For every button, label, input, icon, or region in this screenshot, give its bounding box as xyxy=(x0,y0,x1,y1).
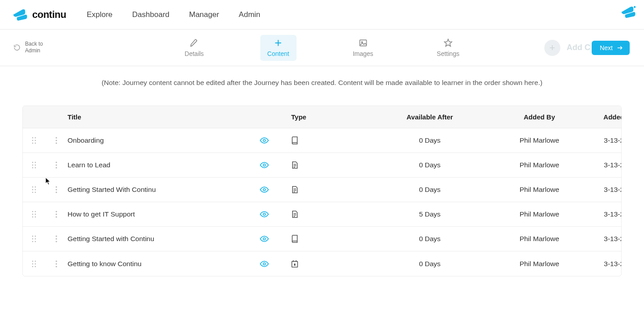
table-row: Getting Started with Continu0 DaysPhil M… xyxy=(23,227,621,251)
tab-content[interactable]: Content xyxy=(260,35,297,61)
add-content-ghost: + Add C xyxy=(544,40,590,56)
svg-point-17 xyxy=(32,162,34,163)
row-title: Getting Started with Continu xyxy=(68,235,260,243)
primary-nav: Explore Dashboard Manager Admin xyxy=(87,10,260,19)
back-to-admin[interactable]: Back to Admin xyxy=(13,41,43,55)
row-available: 0 Days xyxy=(367,161,492,169)
drag-handle-icon[interactable] xyxy=(23,211,45,218)
nav-explore[interactable]: Explore xyxy=(87,10,113,19)
preview-icon[interactable] xyxy=(260,162,291,168)
table-header: Title Type Available After Added By Adde… xyxy=(23,106,621,128)
brand-name: continu xyxy=(32,9,66,21)
drag-handle-icon[interactable] xyxy=(23,235,45,242)
row-added-by: Phil Marlowe xyxy=(492,210,586,218)
next-button[interactable]: Next xyxy=(592,41,630,55)
svg-point-48 xyxy=(35,216,36,218)
row-added-by: Phil Marlowe xyxy=(492,260,586,268)
svg-point-66 xyxy=(32,260,34,262)
pencil-icon xyxy=(190,38,199,47)
row-menu-icon[interactable] xyxy=(45,137,68,144)
row-added-on: 3-13-2023 xyxy=(586,161,622,169)
svg-point-8 xyxy=(35,137,36,139)
svg-point-23 xyxy=(55,161,57,163)
svg-point-9 xyxy=(32,140,34,141)
svg-point-61 xyxy=(35,241,36,242)
row-menu-icon[interactable] xyxy=(45,186,68,193)
back-label: Back to Admin xyxy=(25,41,43,55)
preview-icon[interactable] xyxy=(260,236,291,242)
svg-point-32 xyxy=(32,189,34,191)
preview-icon[interactable] xyxy=(260,261,291,267)
row-added-by: Phil Marlowe xyxy=(492,235,586,243)
svg-point-33 xyxy=(35,189,36,191)
row-added-by: Phil Marlowe xyxy=(492,161,586,169)
nav-dashboard[interactable]: Dashboard xyxy=(132,10,169,19)
drag-handle-icon[interactable] xyxy=(23,137,45,144)
svg-point-7 xyxy=(32,137,34,139)
table-row: Getting to know Continu0 DaysPhil Marlow… xyxy=(23,251,621,276)
svg-point-21 xyxy=(32,167,34,169)
brand-logo-mark-icon xyxy=(13,8,28,21)
svg-point-70 xyxy=(32,266,34,267)
tab-details[interactable]: Details xyxy=(178,35,211,61)
row-available: 5 Days xyxy=(367,210,492,218)
svg-point-0 xyxy=(634,6,636,8)
row-available: 0 Days xyxy=(367,260,492,268)
type-icon xyxy=(291,260,367,268)
main-area: (Note: Journey content cannot be edited … xyxy=(0,66,644,276)
row-title: Onboarding xyxy=(68,136,260,144)
row-menu-icon[interactable] xyxy=(45,161,68,169)
svg-point-11 xyxy=(32,143,34,144)
svg-point-52 xyxy=(263,213,266,216)
tab-settings-label: Settings xyxy=(437,50,460,57)
add-label: Add C xyxy=(567,43,590,52)
drag-handle-icon[interactable] xyxy=(23,260,45,267)
row-added-on: 3-13-2023 xyxy=(586,235,622,243)
svg-point-13 xyxy=(55,137,57,138)
row-added-by: Phil Marlowe xyxy=(492,186,586,194)
step-tabs: Details Content Images Settings xyxy=(178,35,466,61)
row-menu-icon[interactable] xyxy=(45,211,68,218)
tab-settings[interactable]: Settings xyxy=(430,35,467,61)
row-added-on: 3-13-2023 xyxy=(586,210,622,218)
table-row: Learn to Lead0 DaysPhil Marlowe3-13-2023 xyxy=(23,153,621,178)
svg-point-19 xyxy=(32,165,34,166)
svg-point-74 xyxy=(55,266,57,267)
row-menu-icon[interactable] xyxy=(45,235,68,242)
preview-icon[interactable] xyxy=(260,187,291,193)
brand-logo[interactable]: continu xyxy=(13,8,66,21)
svg-point-68 xyxy=(32,263,34,264)
col-added-by: Added By xyxy=(492,113,586,121)
svg-point-12 xyxy=(35,143,36,144)
svg-point-36 xyxy=(55,186,57,187)
svg-point-34 xyxy=(32,192,34,193)
svg-point-73 xyxy=(55,263,57,264)
undo-icon xyxy=(13,44,21,51)
row-title: How to get IT Support xyxy=(68,210,260,218)
tab-details-label: Details xyxy=(185,50,204,57)
brand-badge-icon[interactable] xyxy=(621,5,636,19)
svg-point-58 xyxy=(32,238,34,240)
preview-icon[interactable] xyxy=(260,137,291,144)
row-title: Learn to Lead xyxy=(68,161,260,169)
preview-icon[interactable] xyxy=(260,211,291,217)
tab-images[interactable]: Images xyxy=(346,35,381,61)
svg-point-75 xyxy=(263,263,266,265)
svg-point-69 xyxy=(35,263,36,264)
tab-content-label: Content xyxy=(267,50,289,57)
svg-point-65 xyxy=(263,238,266,240)
svg-point-60 xyxy=(32,241,34,242)
col-available: Available After xyxy=(367,113,492,121)
svg-point-30 xyxy=(32,187,34,188)
svg-marker-5 xyxy=(445,39,452,46)
row-menu-icon[interactable] xyxy=(45,260,68,267)
drag-handle-icon[interactable] xyxy=(23,161,45,169)
svg-point-31 xyxy=(35,187,36,188)
type-icon xyxy=(291,136,367,144)
nav-admin[interactable]: Admin xyxy=(239,10,260,19)
drag-handle-icon[interactable] xyxy=(23,186,45,193)
svg-point-14 xyxy=(55,140,57,141)
nav-manager[interactable]: Manager xyxy=(189,10,219,19)
row-title: Getting Started With Continu xyxy=(68,186,260,194)
svg-point-10 xyxy=(35,140,36,141)
